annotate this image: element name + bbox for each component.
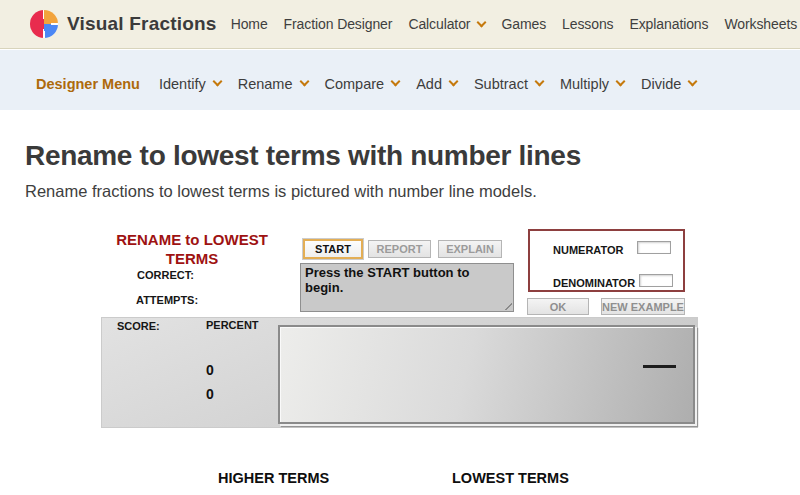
nav-item-calculator[interactable]: Calculator <box>408 16 485 32</box>
numerator-label: NUMERATOR <box>553 244 623 256</box>
applet-heading-line2: TERMS <box>106 249 278 268</box>
new-example-button[interactable]: NEW EXAMPLE <box>601 298 685 315</box>
page-title: Rename to lowest terms with number lines <box>25 140 581 172</box>
subnav-item-compare[interactable]: Compare <box>325 76 400 92</box>
chevron-down-icon <box>449 77 459 87</box>
applet-heading-line1: RENAME to LOWEST <box>106 230 278 249</box>
percent-value: 0 <box>206 386 214 402</box>
correct-label: CORRECT: <box>137 269 194 281</box>
denominator-label: DENOMINATOR <box>553 277 635 289</box>
nav-item-home[interactable]: Home <box>231 16 268 32</box>
denominator-input[interactable] <box>639 274 673 287</box>
top-nav-bar: Visual Fractions Home Fraction Designer … <box>0 0 800 49</box>
sub-nav-items: Identify Rename Compare Add Subtract Mul… <box>159 76 696 92</box>
message-area: Press the START button to begin. <box>300 263 514 312</box>
start-button[interactable]: START <box>303 239 363 259</box>
numerator-input[interactable] <box>637 241 671 254</box>
nav-item-worksheets[interactable]: Worksheets <box>724 16 797 32</box>
explain-button[interactable]: EXPLAIN <box>438 240 502 258</box>
score-panel: SCORE: PERCENT 0 0 <box>101 317 698 428</box>
subnav-item-rename[interactable]: Rename <box>238 76 308 92</box>
fraction-entry-box: NUMERATOR DENOMINATOR <box>528 229 685 292</box>
chevron-down-icon <box>688 77 698 87</box>
page-subtitle: Rename fractions to lowest terms is pict… <box>25 182 537 201</box>
brand-name: Visual Fractions <box>67 13 217 35</box>
top-nav-items: Home Fraction Designer Calculator Games … <box>231 16 800 32</box>
percent-label: PERCENT <box>206 319 259 331</box>
nav-item-games[interactable]: Games <box>501 16 546 32</box>
nav-item-fraction-designer[interactable]: Fraction Designer <box>284 16 393 32</box>
report-button[interactable]: REPORT <box>368 240 431 258</box>
numberline-display <box>278 325 695 424</box>
nav-item-lessons[interactable]: Lessons <box>562 16 613 32</box>
ok-button[interactable]: OK <box>527 298 589 315</box>
applet-heading: RENAME to LOWEST TERMS <box>106 230 278 268</box>
subnav-item-multiply[interactable]: Multiply <box>560 76 624 92</box>
chevron-down-icon <box>212 77 222 87</box>
chevron-down-icon <box>535 77 545 87</box>
subnav-item-identify[interactable]: Identify <box>159 76 221 92</box>
subnav-item-subtract[interactable]: Subtract <box>474 76 543 92</box>
message-textarea[interactable]: Press the START button to begin. <box>300 263 514 312</box>
higher-terms-label: HIGHER TERMS <box>218 470 329 486</box>
subnav-item-divide[interactable]: Divide <box>641 76 696 92</box>
chevron-down-icon <box>477 17 487 27</box>
lowest-terms-label: LOWEST TERMS <box>452 470 569 486</box>
pie-chart-logo-icon <box>30 10 58 38</box>
designer-menu-link[interactable]: Designer Menu <box>36 76 140 92</box>
attempts-label: ATTEMPTS: <box>136 294 198 306</box>
fraction-bar <box>643 365 676 368</box>
brand-logo[interactable]: Visual Fractions <box>30 10 217 38</box>
nav-item-explanations[interactable]: Explanations <box>629 16 708 32</box>
chevron-down-icon <box>391 77 401 87</box>
designer-sub-nav-bar: Designer Menu Identify Rename Compare Ad… <box>0 50 800 110</box>
page: Visual Fractions Home Fraction Designer … <box>0 0 800 495</box>
chevron-down-icon <box>299 77 309 87</box>
score-value: 0 <box>206 362 214 378</box>
score-label: SCORE: <box>117 320 160 332</box>
chevron-down-icon <box>616 77 626 87</box>
subnav-item-add[interactable]: Add <box>416 76 457 92</box>
